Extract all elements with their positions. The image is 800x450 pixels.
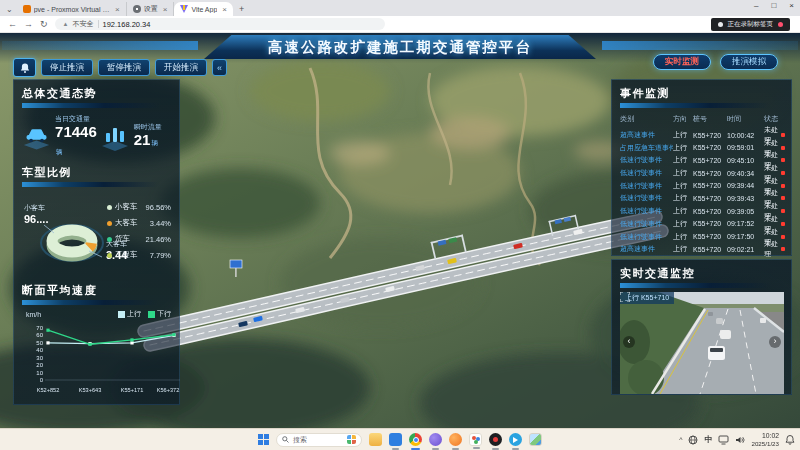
event-monitor-panel: 事件监测 类别 方向 桩号 时间 状态 超高速事件上行K55+72010:00:…: [611, 79, 792, 256]
minimize-button[interactable]: –: [754, 1, 758, 10]
traffic-camera-panel: 实时交通监控: [611, 259, 792, 395]
event-row[interactable]: 超高速事件上行K55+72010:00:42未处理: [620, 125, 783, 138]
events-body: 超高速事件上行K55+72010:00:42未处理占用应急车道事件上行K55+7…: [620, 125, 783, 252]
simulation-mode-button[interactable]: 推演模拟: [720, 54, 778, 70]
taskbar: 搜索 ^ 中: [0, 428, 800, 450]
stat-daily-volume: 当日交通量 71446辆: [22, 114, 100, 157]
start-simulation-button[interactable]: 开始推演: [155, 59, 207, 76]
notification-bell-icon[interactable]: [785, 434, 795, 445]
settings-favicon: [133, 5, 141, 13]
chrome-icon[interactable]: [409, 433, 422, 446]
new-tab-button[interactable]: +: [239, 4, 244, 14]
reload-icon[interactable]: ↻: [40, 20, 48, 29]
close-button[interactable]: ×: [789, 1, 794, 10]
left-panel: 总体交通态势 当日交通量 71446辆: [13, 79, 180, 405]
stat-instant-flow: 瞬时流量 21辆: [100, 114, 171, 157]
telegram-app-icon[interactable]: [509, 433, 522, 446]
header-decoration-left: [2, 41, 198, 50]
purple-app-icon[interactable]: [429, 433, 442, 446]
realtime-monitor-button[interactable]: 实时监测: [653, 54, 711, 70]
close-tab-icon[interactable]: ×: [115, 5, 120, 14]
network-icon[interactable]: [688, 435, 698, 445]
svg-text:10: 10: [36, 370, 43, 376]
taskbar-clock[interactable]: 10:02 2025/1/23: [751, 432, 779, 447]
close-tab-icon[interactable]: ×: [222, 5, 227, 14]
unhandled-status-dot: [781, 146, 785, 150]
camera-prev-icon[interactable]: ‹: [623, 336, 635, 348]
car-icon: [22, 121, 51, 151]
bar-chart-icon: [100, 121, 130, 151]
event-monitor-title: 事件监测: [620, 86, 783, 101]
search-label: 搜索: [293, 435, 343, 445]
orange-app-icon[interactable]: [449, 433, 462, 446]
mode-switcher: 实时监测 推演模拟: [653, 54, 778, 70]
fullscreen-icon[interactable]: [620, 292, 630, 302]
dashboard-page: 高速公路改扩建施工期交通管控平台 停止推演 暂停推演 开始推演 « 实时监测 推…: [0, 33, 800, 428]
tab-recording-badge[interactable]: 正在录制标签页: [711, 18, 791, 31]
stop-recording-icon[interactable]: [778, 22, 783, 27]
recording-dot-icon: [718, 22, 723, 27]
svg-text:K53+643: K53+643: [79, 387, 102, 393]
unhandled-status-dot: [781, 196, 785, 200]
traffic-overview-title: 总体交通态势: [22, 86, 171, 101]
svg-text:30: 30: [36, 355, 43, 361]
camera-next-icon[interactable]: ›: [769, 336, 781, 348]
screen: ⌄ pve - Proxmox Virtual Envi... × 设置 × V…: [0, 0, 800, 450]
collapse-toolbar-button[interactable]: «: [212, 59, 227, 76]
url-text: 192.168.20.34: [103, 20, 151, 29]
forward-icon[interactable]: →: [24, 20, 33, 29]
store-app-icon[interactable]: [389, 433, 402, 446]
stop-simulation-button[interactable]: 停止推演: [41, 59, 93, 76]
close-tab-icon[interactable]: ×: [163, 5, 168, 14]
speed-unit-label: km/h: [26, 311, 41, 318]
events-header: 类别 方向 桩号 时间 状态: [620, 112, 783, 125]
paint-app-icon[interactable]: [469, 433, 482, 446]
vite-favicon: [180, 5, 188, 13]
vehicle-legend-item: 小客车96.56%: [107, 199, 171, 215]
maximize-button[interactable]: □: [771, 1, 776, 10]
page-title: 高速公路改扩建施工期交通管控平台: [268, 38, 532, 57]
vehicle-legend-item: 货车21.46%: [107, 231, 171, 247]
tab-search-chevron-icon[interactable]: ⌄: [6, 5, 13, 14]
clock-time: 10:02: [762, 432, 779, 440]
taskbar-search[interactable]: 搜索: [276, 433, 362, 447]
bell-icon: [19, 62, 31, 74]
not-secure-warning-icon: ▲: [63, 21, 69, 27]
window-controls: – □ ×: [754, 1, 794, 10]
tab-proxmox[interactable]: pve - Proxmox Virtual Envi... ×: [17, 2, 127, 16]
svg-text:K52+852: K52+852: [37, 387, 60, 393]
display-icon[interactable]: [718, 435, 729, 445]
unhandled-status-dot: [781, 222, 785, 226]
browser-tabbar: ⌄ pve - Proxmox Virtual Envi... × 设置 × V…: [0, 0, 800, 16]
camera-feed[interactable]: 上行 K55+710 ‹ ›: [620, 292, 784, 394]
file-explorer-icon[interactable]: [369, 433, 382, 446]
header-decoration-right: [602, 41, 798, 50]
svg-text:K56+372: K56+372: [157, 387, 180, 393]
tab-settings[interactable]: 设置 ×: [127, 2, 175, 16]
vehicle-ratio-title: 车型比例: [22, 165, 171, 180]
simulation-toolbar: 停止推演 暂停推演 开始推演 «: [13, 58, 227, 77]
svg-text:0: 0: [40, 377, 44, 383]
vehicle-legend-item: 大客车3.44%: [107, 215, 171, 231]
svg-text:70: 70: [36, 325, 43, 331]
tray-chevron-icon[interactable]: ^: [679, 436, 682, 443]
volume-icon[interactable]: [735, 435, 745, 445]
start-button[interactable]: [258, 434, 269, 445]
header-banner: 高速公路改扩建施工期交通管控平台: [204, 35, 596, 59]
svg-text:50: 50: [36, 340, 43, 346]
back-icon[interactable]: ←: [8, 20, 17, 29]
avg-speed-section: 断面平均速度 km/h 上行下行 010203040506070K52+852K…: [22, 283, 171, 398]
recording-badge-label: 正在录制标签页: [728, 20, 774, 29]
tab-vite-app[interactable]: Vite App ×: [174, 2, 233, 16]
photos-app-icon[interactable]: [529, 433, 542, 446]
pause-simulation-button[interactable]: 暂停推演: [98, 59, 150, 76]
svg-text:20: 20: [36, 362, 43, 368]
avg-speed-chart[interactable]: 010203040506070K52+852K53+643K55+171K56+…: [22, 320, 184, 398]
security-label: 不安全: [73, 19, 94, 29]
address-bar[interactable]: ▲ 不安全 192.168.20.34: [55, 18, 385, 30]
vehicle-ratio-chart-area: 小客车 96.... 大客车 3.44 小客车96.56%大客车3.44%货车2…: [22, 191, 171, 283]
ime-indicator[interactable]: 中: [704, 434, 712, 445]
recorder-app-icon[interactable]: [489, 433, 502, 446]
alarm-button[interactable]: [13, 58, 36, 77]
svg-text:K55+171: K55+171: [121, 387, 144, 393]
